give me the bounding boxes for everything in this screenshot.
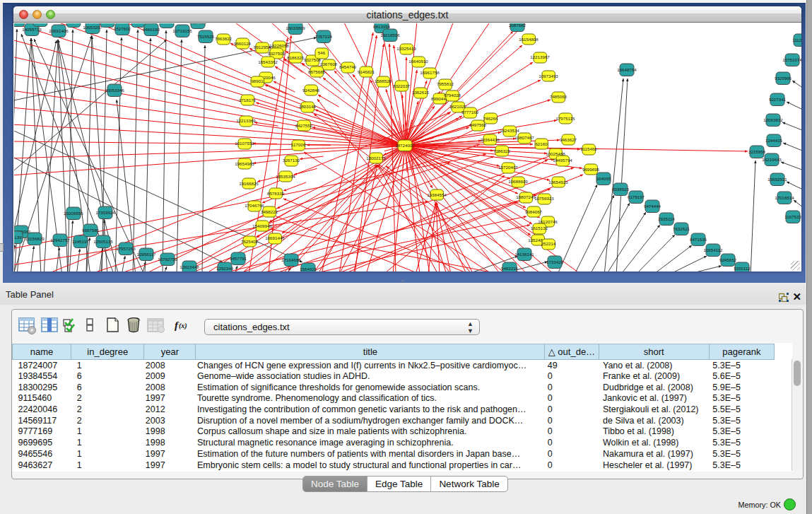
svg-text:19384554: 19384554 xyxy=(427,192,447,197)
svg-text:8578332: 8578332 xyxy=(267,191,285,196)
svg-text:16961758: 16961758 xyxy=(420,70,440,75)
svg-text:9242848: 9242848 xyxy=(302,88,320,93)
svg-text:16243534: 16243534 xyxy=(500,128,519,133)
svg-text:20206556: 20206556 xyxy=(64,211,83,216)
svg-text:8675685: 8675685 xyxy=(308,69,326,74)
svg-text:15692921: 15692921 xyxy=(767,177,787,182)
svg-text:9115460: 9115460 xyxy=(580,146,597,151)
svg-text:16640910: 16640910 xyxy=(408,59,428,64)
svg-text:17164685: 17164685 xyxy=(281,257,301,262)
svg-text:1244415: 1244415 xyxy=(765,138,783,143)
svg-text:2718176: 2718176 xyxy=(239,98,257,103)
svg-text:17359924: 17359924 xyxy=(95,210,115,215)
svg-text:9463627: 9463627 xyxy=(560,137,577,142)
svg-text:8322037: 8322037 xyxy=(393,83,411,88)
svg-text:17046766: 17046766 xyxy=(245,203,264,208)
svg-text:20691406: 20691406 xyxy=(49,28,69,33)
svg-text:164095: 164095 xyxy=(596,176,611,181)
svg-text:9660124: 9660124 xyxy=(234,41,252,46)
svg-text:9997586: 9997586 xyxy=(82,228,100,233)
svg-text:3267130: 3267130 xyxy=(283,158,300,163)
svg-text:(x): (x) xyxy=(179,322,187,330)
svg-text:10973493: 10973493 xyxy=(539,74,558,78)
svg-text:17957253: 17957253 xyxy=(116,246,136,251)
svg-text:13654923: 13654923 xyxy=(548,180,568,185)
svg-text:9699695: 9699695 xyxy=(582,167,600,172)
svg-text:10958117: 10958117 xyxy=(136,252,156,257)
svg-text:16691446: 16691446 xyxy=(265,235,285,240)
svg-text:62160: 62160 xyxy=(535,141,548,146)
svg-text:1621022: 1621022 xyxy=(449,104,467,109)
svg-text:7357224: 7357224 xyxy=(315,34,333,39)
svg-text:6497568: 6497568 xyxy=(469,122,487,127)
svg-text:16782759: 16782759 xyxy=(158,257,177,262)
svg-text:14136141: 14136141 xyxy=(514,252,534,257)
svg-text:19654985: 19654985 xyxy=(235,161,254,166)
svg-text:12823448: 12823448 xyxy=(180,264,199,269)
svg-text:16543362: 16543362 xyxy=(258,59,278,64)
svg-text:98901: 98901 xyxy=(251,78,264,83)
svg-text:9457791: 9457791 xyxy=(230,256,247,261)
svg-text:1615132: 1615132 xyxy=(531,226,548,230)
svg-text:8186323: 8186323 xyxy=(287,55,305,60)
svg-text:20364436: 20364436 xyxy=(480,137,500,142)
svg-text:6794028: 6794028 xyxy=(444,93,461,98)
svg-text:18724007: 18724007 xyxy=(395,143,415,148)
svg-text:2367608: 2367608 xyxy=(320,62,338,66)
svg-text:1145197: 1145197 xyxy=(72,239,89,244)
svg-text:16210643: 16210643 xyxy=(762,157,782,162)
svg-text:7485063: 7485063 xyxy=(550,94,567,99)
svg-text:10107553: 10107553 xyxy=(235,141,254,146)
svg-text:9245652: 9245652 xyxy=(719,257,737,262)
svg-text:16154808: 16154808 xyxy=(519,37,539,42)
svg-text:1071915: 1071915 xyxy=(158,23,176,24)
svg-text:10719155: 10719155 xyxy=(172,28,192,33)
svg-text:1527602: 1527602 xyxy=(114,26,131,31)
svg-text:1733426: 1733426 xyxy=(546,259,564,264)
svg-text:9327503: 9327503 xyxy=(268,51,286,56)
svg-text:20053346: 20053346 xyxy=(105,88,124,93)
svg-text:10654112: 10654112 xyxy=(703,247,723,252)
svg-text:10653267: 10653267 xyxy=(83,25,102,30)
svg-text:8427552: 8427552 xyxy=(295,123,313,128)
svg-text:9350112: 9350112 xyxy=(734,266,751,271)
svg-text:18807249: 18807249 xyxy=(516,194,536,199)
svg-text:117006: 117006 xyxy=(291,142,306,147)
svg-text:1112849: 1112849 xyxy=(792,37,801,42)
svg-text:6179197: 6179197 xyxy=(628,194,645,199)
svg-text:10807487: 10807487 xyxy=(514,135,534,140)
svg-text:12156829: 12156829 xyxy=(25,236,45,241)
svg-text:15751074: 15751074 xyxy=(782,57,801,62)
svg-text:12093832: 12093832 xyxy=(763,117,783,122)
svg-text:12505135: 12505135 xyxy=(93,239,113,244)
svg-text:7955812: 7955812 xyxy=(437,81,454,86)
svg-text:19218506: 19218506 xyxy=(380,33,400,37)
svg-text:16648764: 16648764 xyxy=(617,67,637,72)
svg-text:546: 546 xyxy=(318,50,326,55)
svg-text:7663822: 7663822 xyxy=(215,36,233,41)
svg-text:8471636: 8471636 xyxy=(690,237,707,242)
svg-text:9482216: 9482216 xyxy=(501,266,519,271)
svg-text:14495794: 14495794 xyxy=(553,158,572,163)
svg-text:19166825: 19166825 xyxy=(239,181,259,186)
svg-text:1167533: 1167533 xyxy=(784,214,801,219)
svg-text:8454749: 8454749 xyxy=(339,64,357,69)
svg-text:252214: 252214 xyxy=(541,241,556,246)
svg-text:9084067: 9084067 xyxy=(525,209,543,214)
svg-text:746266: 746266 xyxy=(483,116,498,121)
svg-text:16033809: 16033809 xyxy=(286,25,305,30)
svg-text:2803144: 2803144 xyxy=(299,104,317,109)
svg-text:3215958: 3215958 xyxy=(748,149,766,154)
svg-text:6466160: 6466160 xyxy=(143,27,160,32)
svg-text:17975115: 17975115 xyxy=(555,116,575,121)
svg-text:13325419: 13325419 xyxy=(396,46,416,51)
svg-text:7515526: 7515526 xyxy=(197,34,215,39)
svg-text:1362615: 1362615 xyxy=(412,90,430,95)
svg-text:9227341: 9227341 xyxy=(769,97,787,102)
svg-text:10756923: 10756923 xyxy=(534,196,554,201)
svg-text:1564921: 1564921 xyxy=(300,267,317,271)
svg-text:15409948: 15409948 xyxy=(252,223,272,228)
svg-text:39139: 39139 xyxy=(14,235,22,240)
svg-text:9329966: 9329966 xyxy=(775,76,792,81)
svg-text:9474444: 9474444 xyxy=(644,204,661,209)
